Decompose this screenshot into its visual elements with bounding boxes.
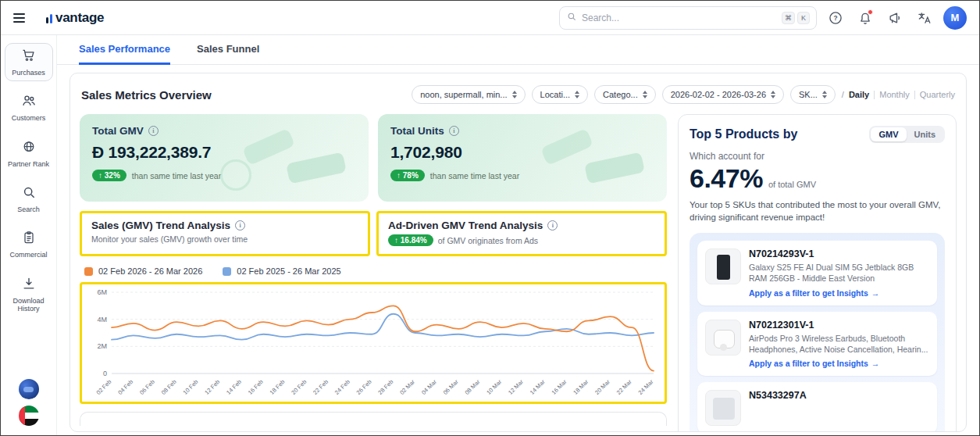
svg-text:02 Feb: 02 Feb: [95, 378, 113, 396]
product-card[interactable]: N70212301V-1 AirPods Pro 3 Wireless Earb…: [697, 312, 937, 376]
product-card[interactable]: N70214293V-1 Galaxy S25 FE AI Dual SIM 5…: [697, 241, 937, 305]
arrow-right-icon: →: [871, 359, 880, 368]
page-content: Sales Metrics Overview noon, supermall, …: [57, 65, 979, 435]
legend-series-2025[interactable]: 02 Feb 2025 - 26 Mar 2025: [223, 266, 340, 276]
metrics-column: Total GMV Ð 193,222,389.7 ↑ 32% than sam…: [80, 114, 667, 432]
app-window: vantage Search... ⌘ K ?: [0, 0, 980, 436]
svg-text:28 Feb: 28 Feb: [376, 378, 394, 396]
total-units-card: Total Units 1,702,980 ↑ 78% than same ti…: [378, 114, 667, 202]
svg-text:06 Feb: 06 Feb: [138, 378, 156, 396]
svg-text:12 Mar: 12 Mar: [507, 378, 525, 396]
toggle-units[interactable]: Units: [907, 127, 944, 141]
k-key: K: [797, 12, 810, 24]
cmd-key: ⌘: [782, 12, 795, 24]
granularity-monthly[interactable]: Monthly: [879, 90, 910, 99]
apply-filter-link[interactable]: Apply as a filter to get Insights →: [749, 359, 929, 368]
legend-swatch-2025: [223, 267, 231, 276]
gmv-trend-header: Sales (GMV) Trend Analysis Monitor your …: [80, 211, 370, 256]
granularity-daily[interactable]: Daily: [849, 90, 869, 99]
top-products-description: Your top 5 SKUs that contributed the mos…: [690, 198, 945, 223]
granularity-switch: / Daily Monthly Quarterly: [842, 90, 955, 99]
svg-text:16 Mar: 16 Mar: [551, 378, 568, 396]
chevron-updown-icon: [771, 91, 775, 98]
sidebar: Purchases Customers Partner Rank Search: [1, 35, 57, 435]
global-search-input[interactable]: Search... ⌘ K: [559, 6, 817, 30]
apply-filter-link[interactable]: Apply as a filter to get Insights →: [749, 288, 929, 298]
arrow-right-icon: →: [871, 288, 880, 298]
sku-filter-select[interactable]: SK...: [790, 85, 836, 104]
card-illustration: [220, 159, 251, 191]
category-filter-select[interactable]: Catego...: [594, 85, 656, 104]
customers-people-icon: [21, 93, 37, 112]
svg-text:04 Mar: 04 Mar: [420, 378, 438, 396]
sidebar-item-customers[interactable]: Customers: [5, 88, 53, 127]
sidebar-item-search[interactable]: Search: [5, 180, 53, 218]
product-sku: N70214293V-1: [749, 248, 929, 259]
sidebar-item-partner-rank[interactable]: Partner Rank: [5, 134, 53, 173]
help-button[interactable]: ?: [825, 7, 846, 29]
translate-button[interactable]: [914, 7, 935, 29]
svg-text:10 Mar: 10 Mar: [485, 378, 503, 396]
gmv-delta-badge: ↑ 32%: [92, 170, 127, 181]
total-gmv-card: Total GMV Ð 193,222,389.7 ↑ 32% than sam…: [80, 114, 369, 202]
product-description: Galaxy S25 FE AI Dual SIM 5G Jetblack 8G…: [749, 262, 929, 284]
filter-bar: noon, supermall, min... Locati... Catego…: [412, 85, 955, 104]
logo-text: vantage: [55, 10, 104, 26]
uae-flag-icon[interactable]: [19, 406, 39, 426]
menu-button[interactable]: [13, 8, 34, 28]
main-area: Sales Performance Sales Funnel Sales Met…: [57, 35, 979, 435]
product-thumbnail: [705, 248, 741, 284]
user-avatar[interactable]: M: [943, 6, 967, 30]
logo-icon: [46, 14, 52, 26]
svg-text:?: ?: [833, 14, 837, 22]
svg-text:24 Mar: 24 Mar: [637, 378, 655, 396]
granularity-quarterly[interactable]: Quarterly: [920, 90, 955, 99]
toggle-gmv[interactable]: GMV: [871, 127, 906, 141]
search-magnifier-icon: [21, 184, 37, 203]
partner-app-icon[interactable]: [19, 379, 39, 399]
product-sku: N53433297A: [749, 390, 929, 401]
chevron-updown-icon: [575, 91, 579, 98]
legend-series-2026[interactable]: 02 Feb 2026 - 26 Mar 2026: [84, 266, 202, 276]
svg-text:04 Feb: 04 Feb: [116, 378, 134, 396]
ads-share-badge: ↑ 16.84%: [388, 234, 433, 246]
download-icon: [21, 276, 37, 295]
info-icon[interactable]: [235, 220, 245, 231]
store-filter-select[interactable]: noon, supermall, min...: [412, 85, 525, 104]
search-placeholder: Search...: [582, 13, 777, 23]
chart-legend: 02 Feb 2026 - 26 Mar 2026 02 Feb 2025 - …: [84, 264, 667, 278]
location-filter-select[interactable]: Locati...: [532, 85, 589, 104]
sidebar-item-purchases[interactable]: Purchases: [5, 43, 53, 81]
svg-text:06 Mar: 06 Mar: [442, 378, 460, 396]
page-tabs: Sales Performance Sales Funnel: [57, 35, 979, 65]
sidebar-footer: [19, 379, 39, 429]
keyboard-shortcut: ⌘ K: [782, 12, 810, 24]
info-icon[interactable]: [148, 126, 159, 136]
legend-swatch-2026: [84, 267, 93, 276]
svg-text:18 Feb: 18 Feb: [269, 378, 287, 396]
info-icon[interactable]: [449, 126, 459, 136]
top-products-subtitle: Which account for: [690, 151, 945, 162]
info-icon[interactable]: [547, 220, 558, 231]
gmv-units-toggle: GMV Units: [869, 126, 945, 143]
tab-sales-performance[interactable]: Sales Performance: [79, 35, 170, 65]
svg-text:02 Mar: 02 Mar: [398, 378, 416, 396]
date-range-select[interactable]: 2026-02-02 - 2026-03-26: [662, 85, 784, 104]
next-section-peek: [80, 412, 667, 426]
top-bar: vantage Search... ⌘ K ?: [1, 1, 979, 35]
notifications-button[interactable]: [854, 7, 876, 29]
sidebar-item-download-history[interactable]: Download History: [5, 271, 53, 318]
section-title: Sales Metrics Overview: [81, 88, 212, 102]
top-products-panel: Top 5 Products by GMV Units Which accoun…: [678, 114, 957, 432]
sidebar-item-commercial[interactable]: Commercial: [5, 225, 53, 263]
announcements-button[interactable]: [884, 7, 906, 29]
svg-text:12 Feb: 12 Feb: [203, 378, 221, 396]
gmv-share-percent: 6.47%: [690, 163, 763, 194]
gmv-trend-chart[interactable]: 02M4M6M02 Feb04 Feb06 Feb08 Feb10 Feb12 …: [80, 282, 667, 404]
product-card[interactable]: N53433297A: [697, 382, 937, 432]
product-list: N70214293V-1 Galaxy S25 FE AI Dual SIM 5…: [690, 233, 945, 432]
svg-text:18 Mar: 18 Mar: [572, 378, 590, 396]
tab-sales-funnel[interactable]: Sales Funnel: [197, 35, 259, 65]
notification-badge: [868, 9, 873, 15]
svg-text:14 Feb: 14 Feb: [225, 378, 243, 396]
